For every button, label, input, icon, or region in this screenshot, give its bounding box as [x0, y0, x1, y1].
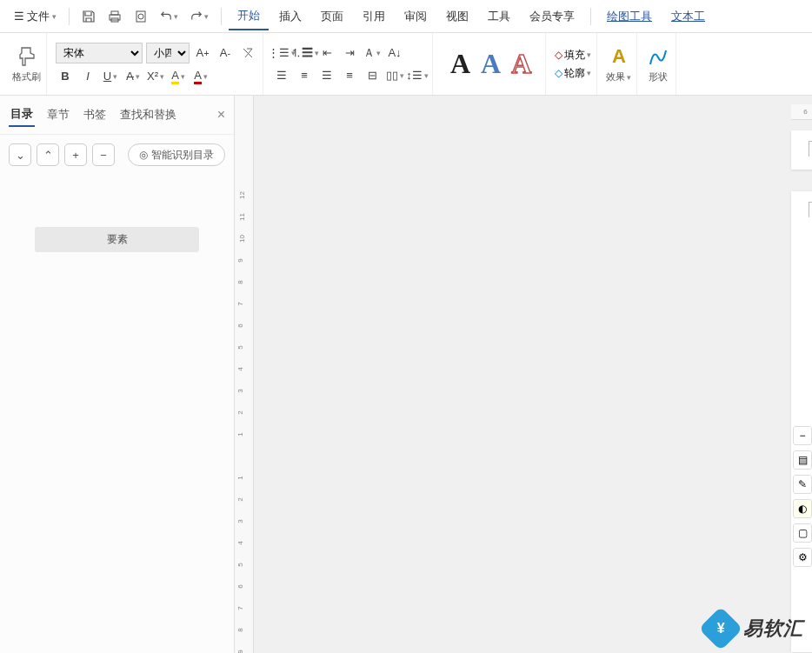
distribute-button[interactable]: ⊟	[363, 66, 382, 85]
shape-icon[interactable]	[646, 44, 670, 69]
watermark-icon: ¥	[699, 607, 743, 651]
top-toolbar: ☰ 文件 ▾ ▾ ▾ 开始 插入 页面 引用 审阅 视图 工具 会员专享 绘图工…	[0, 0, 812, 33]
add-button[interactable]: +	[64, 143, 87, 166]
float-more-button[interactable]: ⚙	[793, 548, 812, 567]
number-list-button[interactable]: ⒈☰▾	[295, 43, 314, 63]
ruler-tick: 5	[236, 345, 244, 349]
superscript-button[interactable]: X²▾	[146, 67, 165, 86]
print-preview-button[interactable]	[129, 6, 153, 27]
redo-button[interactable]: ▾	[185, 7, 214, 26]
tab-page[interactable]: 页面	[312, 3, 352, 30]
page-2[interactable]: 输入文字信息	[791, 191, 812, 652]
clear-format-button[interactable]	[238, 43, 257, 63]
decrease-indent-button[interactable]: ⇤	[317, 43, 336, 63]
increase-font-button[interactable]: A+	[193, 43, 212, 63]
toc-item[interactable]: 要素	[35, 227, 199, 252]
increase-indent-button[interactable]: ⇥	[340, 43, 359, 63]
effect-group: A 效果▾	[601, 33, 637, 95]
tab-reference[interactable]: 引用	[354, 3, 394, 30]
expand-down-button[interactable]: ⌄	[9, 143, 31, 166]
canvas-area[interactable]: 12 11 10 9 8 7 6 5 4 3 2 1 1 2 3 4 5 6 7…	[235, 96, 812, 653]
sidebar-tab-chapter[interactable]: 章节	[45, 103, 71, 126]
chevron-down-icon: ▾	[52, 12, 57, 21]
italic-button[interactable]: I	[78, 67, 97, 86]
file-menu-button[interactable]: ☰ 文件 ▾	[9, 5, 62, 28]
decrease-font-button[interactable]: A-	[216, 43, 235, 63]
outline-button[interactable]: ◇轮廓▾	[555, 66, 591, 81]
text-direction-button[interactable]: Ａ▾	[363, 43, 382, 63]
file-menu-label: 文件	[27, 9, 50, 24]
divider	[590, 8, 591, 25]
sort-button[interactable]: A↓	[385, 43, 404, 63]
floating-toolbar: − ▤ ✎ ◐ ▢ ⚙	[793, 426, 812, 567]
line-spacing-button[interactable]: ↕☰▾	[408, 66, 427, 85]
tab-view[interactable]: 视图	[437, 3, 477, 30]
sidebar-tab-bookmark[interactable]: 书签	[82, 103, 108, 126]
wordart-style-2[interactable]: A	[481, 48, 501, 80]
ruler-tick: 8	[236, 628, 244, 631]
font-color-button[interactable]: A▾	[191, 67, 210, 86]
remove-button[interactable]: −	[92, 143, 115, 166]
float-style-button[interactable]: ◐	[793, 499, 812, 518]
page-1[interactable]	[791, 130, 812, 170]
sidebar-panel: 目录 章节 书签 查找和替换 × ⌄ ⌃ + − ◎ 智能识别目录 要素	[0, 96, 235, 653]
sidebar-tab-toc[interactable]: 目录	[9, 103, 35, 127]
save-button[interactable]	[77, 6, 101, 27]
strikethrough-button[interactable]: A̶▾	[123, 67, 143, 86]
tab-draw-tools[interactable]: 绘图工具	[598, 3, 661, 30]
font-name-select[interactable]: 宋体	[56, 43, 143, 63]
ruler-tick: 1	[236, 432, 244, 436]
align-left-button[interactable]: ☰	[272, 66, 291, 85]
margin-indicator	[809, 202, 812, 217]
font-group: 宋体 小四 A+ A- B I U▾ A̶▾ X²▾ A▾ A▾	[50, 33, 263, 95]
columns-button[interactable]: ▯▯▾	[385, 66, 404, 85]
collapse-up-button[interactable]: ⌃	[37, 143, 59, 166]
wordart-group: A A A	[436, 33, 546, 95]
hamburger-icon: ☰	[14, 10, 24, 23]
align-justify-button[interactable]: ≡	[340, 66, 359, 85]
main-area: 目录 章节 书签 查找和替换 × ⌄ ⌃ + − ◎ 智能识别目录 要素 12 …	[0, 96, 812, 653]
bold-button[interactable]: B	[56, 67, 75, 86]
tab-start[interactable]: 开始	[229, 3, 269, 30]
ruler-tick: 10	[238, 235, 246, 243]
align-center-button[interactable]: ≡	[295, 66, 314, 85]
svg-point-4	[138, 14, 143, 19]
ruler-tick: 8	[236, 280, 244, 283]
tab-insert[interactable]: 插入	[270, 3, 310, 30]
sidebar-tab-find[interactable]: 查找和替换	[118, 103, 178, 126]
smart-toc-button[interactable]: ◎ 智能识别目录	[128, 143, 225, 166]
sidebar-close-button[interactable]: ×	[217, 107, 225, 123]
bullet-list-button[interactable]: ⋮☰▾	[272, 43, 291, 63]
wordart-style-3[interactable]: A	[511, 48, 531, 80]
sidebar-content: 要素	[0, 175, 234, 653]
float-collapse-button[interactable]: −	[793, 426, 812, 445]
underline-button[interactable]: U▾	[101, 67, 120, 86]
shape-label: 形状	[649, 70, 668, 83]
ruler-tick: 7	[236, 302, 244, 305]
ruler-tick: 3	[236, 519, 244, 523]
font-size-select[interactable]: 小四	[146, 43, 190, 63]
float-layout-button[interactable]: ▤	[793, 450, 812, 470]
ruler-tick: 4	[236, 367, 244, 370]
tab-tools[interactable]: 工具	[479, 3, 519, 30]
margin-indicator	[809, 141, 812, 157]
tab-member[interactable]: 会员专享	[521, 3, 583, 30]
effect-icon[interactable]: A	[607, 44, 631, 69]
watermark-text: 易软汇	[743, 616, 803, 642]
float-screen-button[interactable]: ▢	[793, 523, 812, 543]
highlight-button[interactable]: A▾	[169, 67, 188, 86]
float-eyedropper-button[interactable]: ✎	[793, 475, 812, 494]
ruler-tick: 6	[236, 584, 244, 588]
print-button[interactable]	[103, 6, 127, 27]
tab-review[interactable]: 审阅	[396, 3, 436, 30]
format-painter-icon[interactable]	[15, 44, 39, 69]
undo-button[interactable]: ▾	[155, 7, 183, 26]
tab-text-tools[interactable]: 文本工	[662, 3, 714, 30]
wordart-style-1[interactable]: A	[450, 48, 470, 80]
divider	[69, 8, 70, 25]
align-right-button[interactable]: ☰	[317, 66, 336, 85]
format-painter-group: 格式刷	[7, 33, 47, 95]
ruler-tick: 3	[236, 389, 244, 392]
fill-button[interactable]: ◇填充▾	[555, 48, 591, 63]
ruler-tick: 9	[236, 650, 244, 653]
